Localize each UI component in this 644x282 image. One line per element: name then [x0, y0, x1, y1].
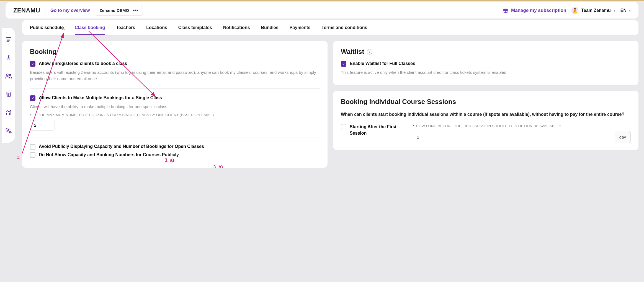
svg-point-11 [8, 41, 9, 41]
team-name: Team Zenamu [581, 8, 610, 13]
avatar-icon: 🧘 [571, 7, 578, 14]
chevron-down-icon: ▾ [614, 8, 615, 12]
enable-waitlist-label: Enable Waitlist for Full Classes [350, 61, 415, 66]
tab-public-schedule[interactable]: Public schedule [30, 20, 64, 35]
how-long-input[interactable] [413, 131, 615, 143]
allow-unregistered-label: Allow unregistered clients to book a cla… [39, 61, 127, 66]
how-long-input-group: day [413, 131, 631, 143]
tabs-bar: Public schedule Class booking Teachers L… [22, 20, 638, 35]
avoid-capacity-open-checkbox[interactable] [30, 144, 35, 150]
people-icon[interactable] [5, 72, 12, 80]
enable-waitlist-checkbox[interactable]: ✓ [341, 61, 346, 67]
avoid-capacity-courses-checkbox[interactable] [30, 152, 35, 158]
tab-bundles[interactable]: Bundles [261, 20, 279, 35]
allow-multiple-help: Clients will have the ability to make mu… [30, 104, 320, 110]
how-long-label: HOW LONG BEFORE THE FIRST SESSION SHOULD… [416, 124, 561, 128]
svg-point-8 [8, 40, 9, 40]
waitlist-help: This feature is active only when the cli… [341, 69, 631, 76]
svg-point-7 [7, 40, 8, 40]
tab-terms[interactable]: Terms and conditions [321, 20, 367, 35]
allow-unregistered-help: Besides users with existing Zenamu accou… [30, 69, 320, 82]
start-after-first-label: Starting After the First Session [350, 124, 405, 136]
settings-icon[interactable] [5, 127, 12, 134]
tab-locations[interactable]: Locations [146, 20, 167, 35]
tab-payments[interactable]: Payments [290, 20, 311, 35]
svg-point-10 [7, 41, 8, 41]
svg-point-14 [9, 74, 11, 76]
chevron-down-icon: ▾ [629, 8, 631, 12]
info-icon[interactable]: i [367, 49, 372, 54]
manage-subscription-label: Manage my subscription [511, 8, 566, 13]
how-long-unit: day [615, 131, 630, 143]
manage-subscription-link[interactable]: Manage my subscription [503, 8, 566, 13]
gift-icon [503, 8, 508, 13]
required-asterisk: * [413, 124, 414, 128]
avoid-capacity-open-label: Avoid Publicly Displaying Capacity and N… [39, 144, 204, 149]
avoid-capacity-courses-label: Do Not Show Capacity and Booking Numbers… [39, 152, 179, 157]
sidebar [2, 28, 15, 143]
chart-icon[interactable] [5, 109, 12, 116]
svg-point-13 [6, 74, 8, 76]
svg-point-23 [9, 132, 11, 133]
individual-question: When can clients start booking individua… [341, 111, 631, 118]
tab-class-booking[interactable]: Class booking [75, 20, 105, 35]
waitlist-title: Waitlist i [341, 48, 631, 56]
allow-unregistered-checkbox[interactable]: ✓ [30, 61, 35, 67]
tab-notifications[interactable]: Notifications [223, 20, 250, 35]
logo: ZENAMU [13, 7, 40, 14]
svg-point-9 [9, 40, 10, 40]
allow-multiple-checkbox[interactable]: ✓ [30, 95, 35, 101]
header-bar: ZENAMU Go to my overview Zenamu DEMO •••… [6, 2, 638, 19]
org-selector[interactable]: Zenamu DEMO ••• [95, 5, 143, 16]
start-after-first-checkbox[interactable] [341, 124, 346, 129]
org-name: Zenamu DEMO [99, 8, 129, 13]
language-selector[interactable]: EN ▾ [620, 8, 631, 13]
annotation-1: 1. [17, 155, 20, 160]
booking-card: Booking ✓ Allow unregistered clients to … [22, 41, 328, 168]
svg-line-15 [7, 93, 9, 93]
tab-teachers[interactable]: Teachers [116, 20, 135, 35]
booking-title: Booking [30, 48, 320, 56]
team-selector[interactable]: 🧘 Team Zenamu ▾ [571, 7, 615, 14]
max-bookings-input[interactable] [30, 120, 55, 130]
overview-link[interactable]: Go to my overview [50, 8, 90, 13]
language-label: EN [620, 8, 627, 13]
individual-sessions-card: Booking Individual Course Sessions When … [333, 91, 638, 150]
calendar-icon[interactable] [5, 36, 12, 43]
tab-class-templates[interactable]: Class templates [178, 20, 212, 35]
svg-point-12 [8, 55, 9, 56]
allow-multiple-label: Allow Clients to Make Multiple Bookings … [39, 95, 162, 100]
svg-line-16 [7, 94, 9, 95]
individual-title: Booking Individual Course Sessions [341, 98, 631, 106]
yoga-icon[interactable] [5, 54, 12, 61]
more-icon: ••• [133, 9, 138, 12]
waitlist-card: Waitlist i ✓ Enable Waitlist for Full Cl… [333, 41, 638, 85]
document-icon[interactable] [5, 91, 12, 98]
svg-line-17 [7, 95, 9, 96]
logo-text: ZENAMU [13, 7, 40, 14]
waitlist-title-text: Waitlist [341, 48, 364, 56]
svg-point-22 [7, 129, 9, 131]
max-bookings-label: SET THE MAXIMUM NUMBER OF BOOKINGS FOR A… [30, 113, 320, 117]
divider [45, 6, 45, 15]
